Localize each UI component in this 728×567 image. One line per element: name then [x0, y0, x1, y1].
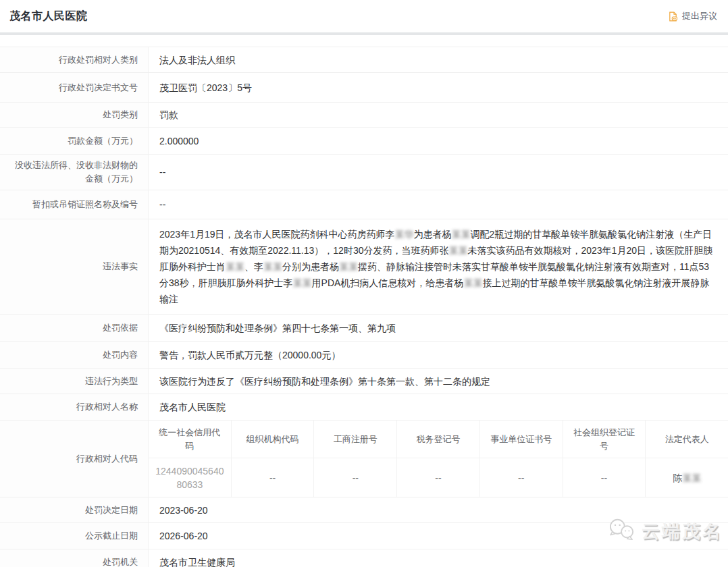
field-label: 违法事实: [0, 219, 149, 314]
field-value: 茂名市人民医院: [149, 394, 728, 420]
party-codes-table: 统一社会信用代码 组织机构代码 工商注册号 税务登记号 事业单位证书号 社会组织…: [149, 421, 728, 497]
field-label: 处罚类别: [0, 103, 149, 127]
field-value: 罚款: [149, 103, 728, 127]
field-label: 暂扣或吊销证照名称及编号: [0, 190, 149, 219]
org-code-value: --: [231, 458, 314, 497]
institution-cert-value: --: [479, 458, 563, 497]
field-value: 2.000000: [149, 128, 728, 154]
row-party-name: 行政相对人名称 茂名市人民医院: [0, 394, 728, 421]
field-label: 没收违法所得、没收非法财物的金额（万元）: [0, 155, 149, 190]
field-label: 行政相对人名称: [0, 394, 149, 420]
penalty-detail-table: 行政处罚相对人类别 法人及非法人组织 行政处罚决定书文号 茂卫医罚〔2023〕5…: [0, 47, 728, 567]
credit-code-value: 124409004564080633: [155, 464, 224, 491]
row-penalty-category: 处罚类别 罚款: [0, 103, 728, 128]
col-header-credit-code: 统一社会信用代码: [149, 421, 231, 458]
field-value: 《医疗纠纷预防和处理条例》第四十七条第一项、第九项: [149, 315, 728, 341]
file-comment-icon: [667, 11, 679, 22]
field-label: 公示截止日期: [0, 523, 149, 549]
field-value: 法人及非法人组织: [149, 47, 728, 72]
row-violation-type: 违法行为类型 该医院行为违反了《医疗纠纷预防和处理条例》第十条第一款、第十二条的…: [0, 369, 728, 394]
col-header-legal-rep: 法定代表人: [645, 421, 728, 458]
row-publicity-end-date: 公示截止日期 2026-06-20: [0, 523, 728, 549]
field-value: --: [149, 190, 728, 219]
row-party-category: 行政处罚相对人类别 法人及非法人组织: [0, 47, 728, 73]
row-confiscation-amount: 没收违法所得、没收非法财物的金额（万元） --: [0, 155, 728, 190]
row-decision-date: 处罚决定日期 2023-06-20: [0, 497, 728, 523]
field-label: 处罚依据: [0, 315, 149, 341]
field-label: 处罚决定日期: [0, 497, 149, 522]
field-label: 处罚内容: [0, 342, 149, 368]
col-header-org-code: 组织机构代码: [231, 421, 314, 458]
field-label: 罚款金额（万元）: [0, 128, 149, 154]
row-penalty-basis: 处罚依据 《医疗纠纷预防和处理条例》第四十七条第一项、第九项: [0, 315, 728, 342]
field-value: 茂卫医罚〔2023〕5号: [149, 73, 728, 102]
col-header-business-reg: 工商注册号: [313, 421, 396, 458]
legal-rep-visible: 陈: [673, 471, 682, 485]
field-value: 茂名市卫生健康局: [149, 549, 728, 567]
legal-rep-blurred: 某某: [682, 471, 701, 485]
col-header-institution-cert: 事业单位证书号: [479, 421, 563, 458]
field-label: 处罚机关: [0, 549, 149, 567]
legal-rep-value: 陈某某: [645, 458, 728, 497]
field-value: 警告，罚款人民币贰万元整（20000.00元）: [149, 342, 728, 368]
social-org-reg-value: --: [563, 458, 646, 497]
row-penalty-content: 处罚内容 警告，罚款人民币贰万元整（20000.00元）: [0, 342, 728, 369]
field-value: --: [149, 155, 728, 190]
header-divider: [0, 32, 728, 35]
penalty-record-page: 茂名市人民医院 提出异议 行政处罚相对人类别 法人及非法人组织: [0, 0, 728, 567]
row-penalty-authority: 处罚机关 茂名市卫生健康局: [0, 549, 728, 567]
party-codes-header-row: 统一社会信用代码 组织机构代码 工商注册号 税务登记号 事业单位证书号 社会组织…: [149, 421, 728, 458]
field-value: 2023-06-20: [149, 497, 728, 522]
business-reg-value: --: [313, 458, 396, 497]
page-title: 茂名市人民医院: [9, 9, 88, 24]
row-license-revocation: 暂扣或吊销证照名称及编号 --: [0, 190, 728, 219]
field-label: 行政处罚相对人类别: [0, 47, 149, 72]
tax-reg-value: --: [396, 458, 479, 497]
top-bar: 茂名市人民医院 提出异议: [0, 0, 728, 32]
violation-fact-text: 2023年1月19日，茂名市人民医院药剂科中心药房药师李某华为患者杨某某调配2瓶…: [149, 219, 728, 314]
row-violation-fact: 违法事实 2023年1月19日，茂名市人民医院药剂科中心药房药师李某华为患者杨某…: [0, 219, 728, 315]
row-fine-amount: 罚款金额（万元） 2.000000: [0, 128, 728, 155]
field-label: 行政相对人代码: [0, 421, 149, 497]
raise-objection-button[interactable]: 提出异议: [667, 10, 717, 22]
field-value: 2026-06-20: [149, 523, 728, 549]
field-label: 行政处罚决定书文号: [0, 73, 149, 102]
party-codes-value-row: 124409004564080633 -- -- -- -- -- 陈某某: [149, 458, 728, 497]
field-value: 该医院行为违反了《医疗纠纷预防和处理条例》第十条第一款、第十二条的规定: [149, 369, 728, 394]
row-party-codes: 行政相对人代码 统一社会信用代码 组织机构代码 工商注册号 税务登记号 事业单位…: [0, 421, 728, 497]
raise-objection-label: 提出异议: [682, 10, 717, 22]
row-decision-doc-number: 行政处罚决定书文号 茂卫医罚〔2023〕5号: [0, 73, 728, 103]
field-label: 违法行为类型: [0, 369, 149, 394]
col-header-social-org-reg: 社会组织登记证号: [563, 421, 646, 458]
col-header-tax-reg: 税务登记号: [396, 421, 479, 458]
